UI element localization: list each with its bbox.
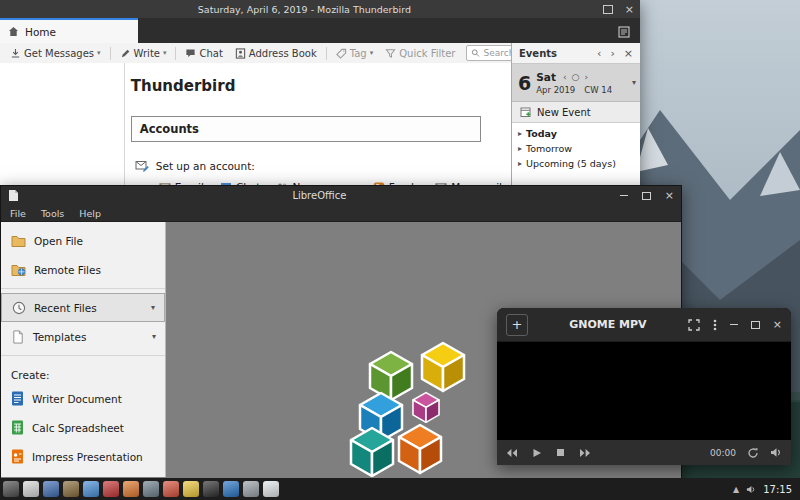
new-event-button[interactable]: New Event: [512, 102, 640, 123]
libreoffice-app-icon: [8, 189, 19, 202]
play-icon[interactable]: [532, 448, 542, 458]
sidebar-divider: [1, 355, 165, 356]
libreoffice-titlebar[interactable]: LibreOffice ×: [1, 186, 681, 205]
menu-file[interactable]: File: [10, 208, 26, 219]
restore-icon[interactable]: [603, 5, 613, 14]
taskbar-app-icon[interactable]: [143, 481, 159, 497]
menu-help[interactable]: Help: [79, 208, 101, 219]
tag-icon: [336, 48, 347, 59]
taskbar-app-icon[interactable]: [43, 481, 59, 497]
calendar-weekday: Sat: [536, 71, 556, 83]
impress-presentation-button[interactable]: Impress Presentation: [1, 442, 165, 471]
chevron-down-icon[interactable]: ▾: [152, 332, 156, 341]
triangle-right-icon: ▸: [518, 159, 522, 168]
next-day-icon[interactable]: ›: [584, 72, 588, 82]
fullscreen-icon[interactable]: [688, 319, 700, 331]
maximize-icon[interactable]: [642, 192, 651, 200]
mpv-controls-bar: 00:00: [497, 440, 791, 465]
next-icon[interactable]: [579, 448, 591, 458]
chevron-left-icon[interactable]: ‹: [597, 47, 601, 60]
recent-files-button[interactable]: Recent Files ▾: [1, 293, 165, 322]
taskbar-app-icon[interactable]: [243, 481, 259, 497]
new-event-label: New Event: [537, 107, 591, 118]
minimize-icon[interactable]: [620, 195, 628, 196]
minimize-icon[interactable]: [730, 324, 738, 325]
taskbar-app-icon[interactable]: [203, 481, 219, 497]
taskbar: ▲ 17:15: [0, 478, 800, 500]
tray-arrow-icon[interactable]: ▲: [733, 485, 739, 494]
write-button[interactable]: Write ▾: [115, 48, 172, 59]
calendar-day-number: 6: [518, 72, 531, 94]
recent-files-label: Recent Files: [34, 302, 97, 314]
toolbar-separator: [110, 47, 111, 60]
repeat-icon[interactable]: [747, 447, 759, 459]
close-icon[interactable]: ×: [625, 4, 634, 15]
mpv-headerbar[interactable]: + GNOME MPV ×: [497, 308, 791, 342]
writer-document-button[interactable]: Writer Document: [1, 384, 165, 413]
events-group-label: Upcoming (5 days): [526, 158, 616, 169]
chat-button[interactable]: Chat: [180, 48, 227, 59]
toolbar-separator: [175, 47, 176, 60]
page-title: Thunderbird: [131, 77, 502, 95]
events-group-upcoming[interactable]: ▸ Upcoming (5 days): [512, 156, 640, 171]
stop-icon[interactable]: [556, 448, 565, 457]
chat-bubble-icon: [185, 48, 196, 59]
events-group-tomorrow[interactable]: ▸ Tomorrow: [512, 141, 640, 156]
taskbar-app-icon[interactable]: [183, 481, 199, 497]
taskbar-app-icon[interactable]: [3, 481, 19, 497]
menu-kebab-icon[interactable]: [713, 319, 717, 331]
video-area[interactable]: [497, 342, 791, 440]
templates-button[interactable]: Templates ▾: [1, 322, 165, 351]
taskbar-app-icon[interactable]: [23, 481, 39, 497]
tab-home[interactable]: Home: [0, 18, 138, 43]
close-icon[interactable]: ×: [624, 47, 633, 60]
open-media-button[interactable]: +: [506, 314, 528, 336]
remote-folder-icon: [11, 263, 26, 276]
libreoffice-logo: [344, 334, 504, 477]
prev-day-icon[interactable]: ‹: [563, 72, 567, 82]
close-icon[interactable]: ×: [665, 190, 674, 201]
events-panel-header: Events ‹ › ×: [512, 43, 640, 64]
maximize-icon[interactable]: [751, 321, 760, 329]
gnome-mpv-window: + GNOME MPV ×: [497, 308, 791, 465]
taskbar-app-icon[interactable]: [83, 481, 99, 497]
mpv-window-title: GNOME MPV: [528, 318, 688, 331]
address-book-button[interactable]: Address Book: [230, 48, 322, 59]
triangle-right-icon: ▸: [518, 144, 522, 153]
menu-tools[interactable]: Tools: [41, 208, 64, 219]
taskbar-app-icon[interactable]: [163, 481, 179, 497]
tray-volume-icon[interactable]: [746, 485, 756, 494]
open-file-button[interactable]: Open File: [1, 226, 165, 255]
taskbar-app-icon[interactable]: [103, 481, 119, 497]
calendar-mid: Sat ‹ ○ › Apr 2019 CW 14: [536, 71, 630, 95]
close-icon[interactable]: ×: [773, 319, 782, 330]
quick-filter-button[interactable]: Quick Filter: [380, 48, 460, 59]
templates-label: Templates: [33, 331, 86, 343]
libreoffice-menubar: File Tools Help: [1, 205, 681, 222]
remote-files-button[interactable]: Remote Files: [1, 255, 165, 284]
chevron-down-icon[interactable]: ▾: [151, 303, 155, 312]
template-icon: [11, 330, 25, 344]
get-messages-button[interactable]: Get Messages ▾: [5, 48, 106, 59]
chevron-down-icon: ▾: [370, 49, 374, 57]
clock[interactable]: 17:15: [763, 484, 792, 495]
envelope-pencil-icon: [135, 159, 149, 172]
calc-spreadsheet-button[interactable]: Calc Spreadsheet: [1, 413, 165, 442]
chevron-right-icon[interactable]: ›: [610, 47, 614, 60]
panel-toggle-icon[interactable]: [618, 26, 630, 38]
taskbar-app-icon[interactable]: [223, 481, 239, 497]
sidebar-divider: [1, 288, 165, 289]
start-center-sidebar: Open File Remote Files Rec: [1, 222, 166, 477]
events-group-today[interactable]: ▸ Today: [512, 126, 640, 141]
chevron-down-icon: ▾: [163, 49, 167, 57]
calendar-expand-icon[interactable]: ▾: [632, 78, 636, 87]
thunderbird-titlebar[interactable]: Saturday, April 6, 2019 - Mozilla Thunde…: [0, 0, 640, 18]
taskbar-app-icon[interactable]: [63, 481, 79, 497]
taskbar-app-icon[interactable]: [123, 481, 139, 497]
events-group-label: Today: [526, 128, 557, 139]
tag-button[interactable]: Tag ▾: [331, 48, 378, 59]
previous-icon[interactable]: [506, 448, 518, 458]
volume-icon[interactable]: [770, 447, 782, 458]
today-icon[interactable]: ○: [572, 72, 580, 82]
taskbar-app-icon[interactable]: [263, 481, 279, 497]
